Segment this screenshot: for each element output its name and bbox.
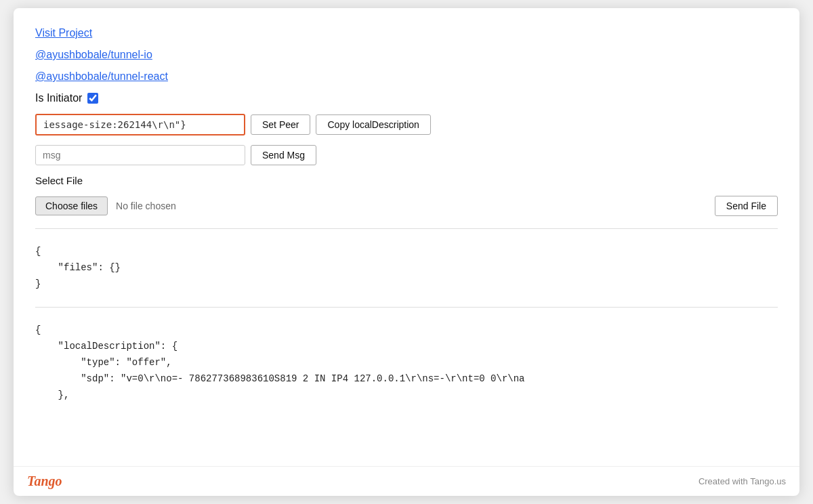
send-msg-button[interactable]: Send Msg: [251, 145, 316, 165]
is-initiator-checkbox[interactable]: [87, 93, 98, 104]
content-area: Visit Project @ayushbobale/tunnel-io @ay…: [14, 8, 799, 466]
main-window: Visit Project @ayushbobale/tunnel-io @ay…: [14, 8, 799, 496]
footer: Tango Created with Tango.us: [14, 466, 799, 496]
copy-local-description-button[interactable]: Copy localDescription: [316, 114, 430, 135]
tango-logo: Tango: [27, 474, 62, 489]
send-file-button[interactable]: Send File: [715, 196, 778, 216]
sdp-row: Set Peer Copy localDescription: [35, 114, 778, 135]
msg-row: Send Msg: [35, 145, 778, 165]
set-peer-button[interactable]: Set Peer: [251, 114, 310, 135]
tunnel-react-link[interactable]: @ayushbobale/tunnel-react: [35, 70, 778, 83]
json-block-2: { "localDescription": { "type": "offer",…: [35, 320, 778, 406]
tango-credit: Created with Tango.us: [699, 476, 786, 486]
select-file-label: Select File: [35, 175, 778, 186]
file-row: Choose files No file chosen Send File: [35, 196, 778, 216]
tunnel-io-link[interactable]: @ayushbobale/tunnel-io: [35, 49, 778, 61]
visit-project-link[interactable]: Visit Project: [35, 27, 778, 39]
msg-input[interactable]: [35, 145, 245, 165]
json-block-1: { "files": {} }: [35, 241, 778, 295]
is-initiator-label: Is Initiator: [35, 92, 82, 104]
divider-2: [35, 307, 778, 308]
choose-files-button[interactable]: Choose files: [35, 196, 108, 215]
divider-1: [35, 228, 778, 229]
no-file-chosen-text: No file chosen: [116, 201, 176, 211]
sdp-input[interactable]: [35, 114, 245, 135]
is-initiator-row: Is Initiator: [35, 92, 778, 104]
